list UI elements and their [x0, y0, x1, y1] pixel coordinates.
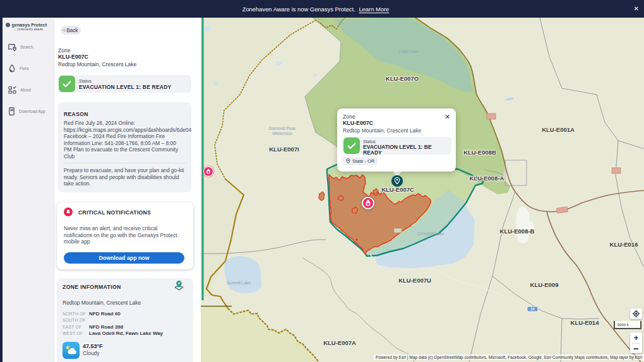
svg-text:KLU-E016: KLU-E016 [610, 241, 638, 248]
svg-text:KLU-E007O: KLU-E007O [386, 75, 419, 82]
svg-text:KLU-E008-B: KLU-E008-B [500, 228, 535, 235]
svg-text:KLU-E008B: KLU-E008B [463, 149, 496, 156]
svg-text:Summit Lake: Summit Lake [227, 281, 251, 285]
svg-text:KLU-E009: KLU-E009 [530, 281, 559, 288]
svg-text:KLU-E007U: KLU-E007U [398, 277, 431, 284]
svg-text:KLU-E008-A: KLU-E008-A [470, 175, 504, 182]
svg-text:KLU-E014: KLU-E014 [571, 319, 600, 326]
svg-text:Odell Lake: Odell Lake [398, 49, 418, 54]
svg-text:KLU-E001A: KLU-E001A [542, 126, 575, 133]
svg-text:Diamond Peak: Diamond Peak [269, 126, 296, 131]
svg-text:Crescent Lake: Crescent Lake [417, 231, 444, 236]
svg-text:KLU-E007A: KLU-E007A [323, 339, 356, 346]
svg-text:KLU-E007I: KLU-E007I [269, 146, 299, 153]
svg-text:Wilderness: Wilderness [272, 131, 293, 136]
svg-text:58: 58 [530, 307, 534, 311]
